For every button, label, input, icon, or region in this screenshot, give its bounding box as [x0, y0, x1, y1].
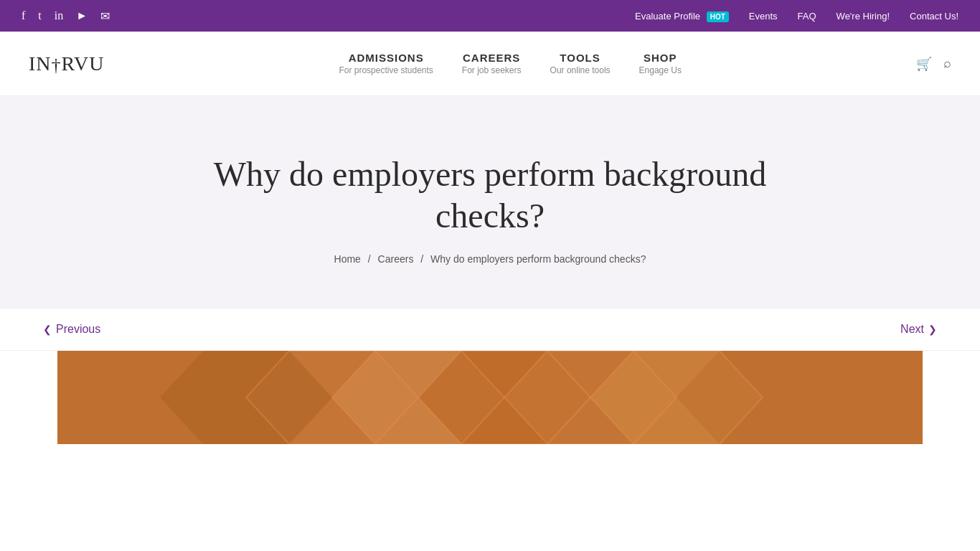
nav-icons: 🛒 ⌕ — [916, 56, 951, 72]
nav-tools-sub: Our online tools — [550, 65, 611, 75]
previous-link[interactable]: ❮ Previous — [43, 323, 100, 336]
header: IN†RVU ADMISSIONS For prospective studen… — [0, 32, 980, 96]
hiring-link[interactable]: We're Hiring! — [837, 11, 890, 22]
facebook-icon[interactable]: f — [22, 9, 25, 22]
cart-icon[interactable]: 🛒 — [916, 56, 932, 72]
nav-careers-sub: For job seekers — [462, 65, 522, 75]
search-icon[interactable]: ⌕ — [943, 56, 951, 71]
top-bar-links: Evaluate Profile HOT Events FAQ We're Hi… — [635, 11, 958, 22]
hero-section: Why do employers perform background chec… — [0, 96, 980, 308]
evaluate-profile-link[interactable]: Evaluate Profile HOT — [635, 11, 729, 22]
linkedin-icon[interactable]: in — [55, 9, 63, 22]
whatsapp-icon[interactable]: ✉ — [100, 9, 110, 23]
chevron-right-icon: ❯ — [928, 324, 937, 335]
page-title: Why do employers perform background chec… — [167, 154, 813, 236]
hex-pattern-svg — [57, 351, 923, 444]
nav-shop-title: SHOP — [639, 52, 682, 64]
faq-link[interactable]: FAQ — [798, 11, 816, 22]
nav-tools[interactable]: TOOLS Our online tools — [550, 52, 611, 75]
hot-badge: HOT — [707, 11, 729, 22]
youtube-icon[interactable]: ► — [76, 9, 88, 22]
breadcrumb-sep-2: / — [420, 253, 426, 265]
breadcrumb-careers[interactable]: Careers — [378, 253, 414, 265]
nav-shop-sub: Engage Us — [639, 65, 682, 75]
chevron-left-icon: ❮ — [43, 324, 52, 335]
nav-careers-title: CAREERS — [462, 52, 522, 64]
post-navigation: ❮ Previous Next ❯ — [0, 308, 980, 351]
next-label: Next — [900, 323, 924, 336]
nav-admissions-sub: For prospective students — [339, 65, 433, 75]
nav-tools-title: TOOLS — [550, 52, 611, 64]
events-link[interactable]: Events — [749, 11, 778, 22]
nav-admissions-title: ADMISSIONS — [339, 52, 433, 64]
breadcrumb-sep-1: / — [368, 253, 374, 265]
nav-shop[interactable]: SHOP Engage Us — [639, 52, 682, 75]
site-logo[interactable]: IN†RVU — [29, 52, 104, 75]
breadcrumb-current: Why do employers perform background chec… — [430, 253, 646, 265]
contact-link[interactable]: Contact Us! — [910, 11, 958, 22]
article-featured-image — [57, 351, 923, 444]
next-link[interactable]: Next ❯ — [900, 323, 937, 336]
twitter-icon[interactable]: t — [38, 9, 41, 22]
nav-careers[interactable]: CAREERS For job seekers — [462, 52, 522, 75]
breadcrumb-home[interactable]: Home — [334, 253, 361, 265]
main-nav: ADMISSIONS For prospective students CARE… — [339, 52, 682, 75]
social-links: f t in ► ✉ — [22, 9, 110, 23]
breadcrumb: Home / Careers / Why do employers perfor… — [334, 253, 646, 265]
article-image-inner — [57, 351, 923, 444]
previous-label: Previous — [56, 323, 100, 336]
top-bar: f t in ► ✉ Evaluate Profile HOT Events F… — [0, 0, 980, 32]
nav-admissions[interactable]: ADMISSIONS For prospective students — [339, 52, 433, 75]
article-image-container — [0, 351, 980, 444]
